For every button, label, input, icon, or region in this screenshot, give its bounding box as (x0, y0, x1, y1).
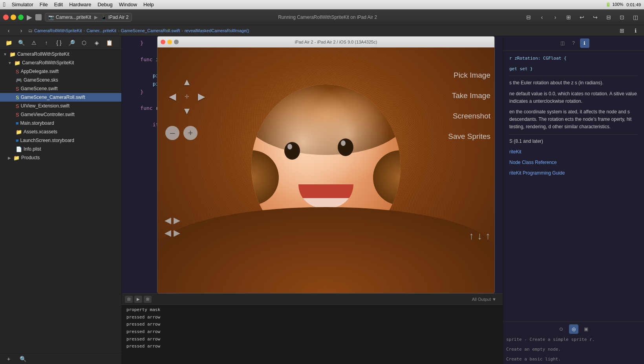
forward-btn[interactable]: › (550, 13, 561, 22)
doc-link-1[interactable]: riteKit (509, 148, 638, 156)
doc-description: s the Euler rotation about the z s (in r… (509, 79, 638, 87)
group-label: CameraRollWithSpriteKit (22, 60, 118, 66)
menu-item-hardware[interactable]: Hardware (69, 2, 91, 7)
debug-filter-label: All Output ▼ (472, 297, 499, 302)
sim-min-btn[interactable] (167, 40, 172, 44)
close-button[interactable] (3, 15, 9, 20)
save-sprites-btn[interactable]: Save Sprites (448, 132, 490, 141)
minimize-button[interactable] (11, 15, 16, 20)
doc-link-3[interactable]: riteKit Programming Guide (509, 169, 638, 177)
action-buttons: Pick Image Take Image Screenshot Save Sp… (448, 71, 490, 141)
move-up-btn2[interactable]: ◀ (165, 228, 171, 238)
right-panel: ◫ ? ℹ r zRotation: CGFloat { get set } s… (503, 36, 644, 364)
scheme-selector[interactable]: 📷 Camera...priteKit ▶ 📱 iPad Air 2 (45, 13, 132, 22)
doc-link-2[interactable]: Node Class Reference (509, 159, 638, 166)
tree-Products[interactable]: ▶ 📁 Products (0, 153, 121, 162)
tree-LaunchScreen[interactable]: ≡ LaunchScreen.storyboard (0, 136, 121, 145)
menu-item-help[interactable]: Help (143, 2, 154, 7)
bc-folder[interactable]: Camer...priteKit (86, 28, 116, 33)
nav-icon-breakpoint[interactable]: ◈ (91, 38, 102, 47)
zoom-in-btn[interactable]: + (183, 126, 198, 140)
tree-GameScene-swift[interactable]: S GameScene.swift (0, 84, 121, 93)
nav-icon-warn[interactable]: ⚠ (28, 38, 39, 47)
forward2-btn[interactable]: ↪ (590, 13, 601, 22)
sort-down-btn[interactable]: ↓ (477, 230, 482, 242)
doc-empty-node: Create an empty node. (506, 347, 641, 352)
swift-icon-5: S (16, 112, 19, 118)
bc-func[interactable]: revealMaskedCameraRollImage() (185, 28, 249, 33)
tab-quick-help[interactable]: ? (569, 38, 578, 48)
tree-UIView-Extension[interactable]: S UIView_Extension.swift (0, 102, 121, 110)
screenshot-btn[interactable]: Screenshot (453, 112, 490, 120)
sim-close-btn[interactable] (161, 40, 165, 44)
nav-icon-debug[interactable]: ⬡ (79, 38, 90, 47)
tab-file[interactable]: ◫ (558, 38, 567, 48)
menu-item-debug[interactable]: Debug (97, 2, 112, 7)
tree-GameScene-CameraRoll[interactable]: S GameScene_CameraRoll.swift (0, 93, 121, 102)
related-files[interactable]: ⊞ (617, 26, 628, 35)
menu-item-window[interactable]: Window (119, 2, 137, 7)
debug-pause-btn[interactable]: ▶ (134, 296, 142, 303)
grid-view[interactable]: ⊞ (563, 13, 574, 22)
bottom-tab-3[interactable]: ▣ (582, 324, 591, 334)
tab-info[interactable]: ℹ (580, 38, 589, 48)
add-file-btn[interactable]: + (3, 355, 14, 363)
nav-icon-search[interactable]: 🔍 (16, 38, 27, 47)
main-toolbar: ▶ 📷 Camera...priteKit ▶ 📱 iPad Air 2 Run… (0, 9, 644, 25)
nav-icon-folder[interactable]: 📁 (3, 38, 14, 47)
debug-clear-btn[interactable]: ⊟ (125, 296, 133, 303)
take-image-btn[interactable]: Take Image (452, 91, 490, 100)
move-down-btn2[interactable]: ▶ (174, 228, 180, 238)
nav-icon-scm[interactable]: ↑ (41, 38, 52, 47)
nav-forward[interactable]: › (16, 26, 27, 35)
nav-back[interactable]: ‹ (3, 26, 14, 35)
pick-image-btn[interactable]: Pick Image (454, 71, 490, 80)
disclosure-group: ▼ (8, 61, 12, 65)
maximize-button[interactable] (18, 15, 24, 20)
nav-icon-symbol[interactable]: { } (53, 38, 64, 47)
bc-file[interactable]: GameScene_CameraRoll.swift (121, 28, 180, 33)
nav-icon: 🗂 (28, 28, 33, 33)
products-icon: 📁 (13, 155, 20, 161)
nav-icon-report[interactable]: 📋 (104, 38, 115, 47)
tree-AppDelegate[interactable]: S AppDelegate.swift (0, 67, 121, 76)
zoom-controls: – + (165, 126, 198, 140)
battery-icon: 🔋 100% (606, 2, 623, 7)
inspector-tabs: ◫ ? ℹ (503, 36, 644, 51)
menu-item-simulator[interactable]: Simulator (12, 2, 33, 7)
nav-icon-find[interactable]: 🔎 (66, 38, 77, 47)
move-left-btn[interactable]: ◀ (165, 215, 171, 226)
tree-GameViewController[interactable]: S GameViewController.swift (0, 110, 121, 119)
apple-menu[interactable]:  (3, 1, 5, 8)
split-view[interactable]: ⊟ (603, 13, 614, 22)
menu-item-edit[interactable]: Edit (54, 2, 63, 7)
sim-max-btn[interactable] (174, 40, 179, 44)
move-right-btn[interactable]: ▶ (174, 215, 180, 226)
menu-item-file[interactable]: File (40, 2, 48, 7)
bottom-tab-2[interactable]: ◎ (569, 324, 578, 334)
traffic-lights (3, 15, 24, 20)
bc-project[interactable]: CameraRollWithSpriteKit (34, 28, 82, 33)
tree-root-project[interactable]: ▼ 📁 CameraRollWithSpriteKit (0, 50, 121, 58)
sort-alt-btn[interactable]: ↑ (485, 230, 490, 242)
tree-Assets[interactable]: 📁 Assets.xcassets (0, 127, 121, 136)
navigator-toggle[interactable]: ⊟ (523, 13, 534, 22)
sort-up-btn[interactable]: ↑ (469, 230, 474, 242)
debug-step-btn[interactable]: ⊞ (144, 296, 152, 303)
device-icon: 📱 (101, 15, 107, 20)
tree-GameScene-sks[interactable]: 🎮 GameScene.sks (0, 76, 121, 84)
history-btn[interactable]: ↩ (576, 13, 587, 22)
run-button[interactable]: ▶ (27, 13, 32, 22)
filter-sidebar[interactable]: 🔍 (17, 355, 28, 363)
zoom-out-btn[interactable]: – (165, 126, 179, 140)
tree-InfoPlist[interactable]: 📄 Info.plist (0, 145, 121, 153)
live-issues[interactable]: ℹ (630, 26, 641, 35)
debug-line-5: pressed arrow (126, 336, 498, 343)
tree-MainStoryboard[interactable]: ≡ Main.storyboard (0, 119, 121, 127)
tree-group-main[interactable]: ▼ 📁 CameraRollWithSpriteKit (0, 58, 121, 67)
bottom-tab-1[interactable]: ⊙ (556, 324, 566, 334)
version-editor[interactable]: ◫ (630, 13, 641, 22)
stop-button[interactable] (35, 14, 42, 20)
assistant-editor[interactable]: ⊡ (617, 13, 628, 22)
back-btn[interactable]: ‹ (536, 13, 547, 22)
